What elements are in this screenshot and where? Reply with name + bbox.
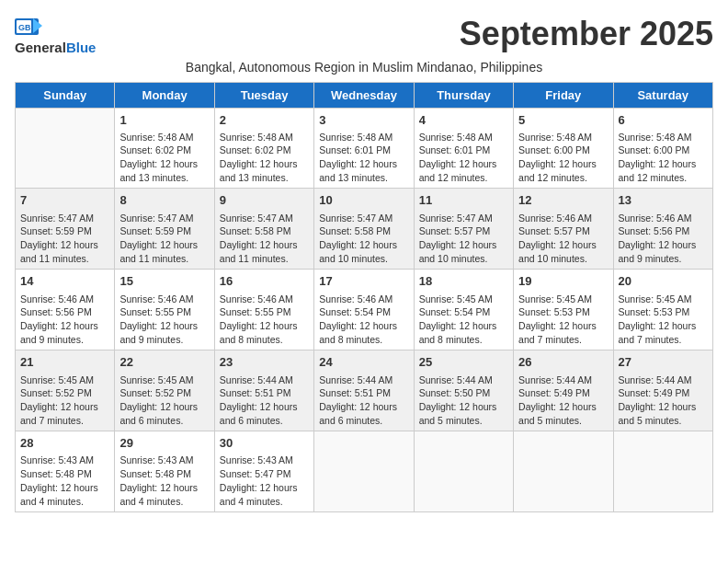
day-info: Sunrise: 5:48 AM xyxy=(419,131,508,144)
day-number: 3 xyxy=(319,112,408,129)
day-info: Sunrise: 5:45 AM xyxy=(518,293,608,306)
day-info: Daylight: 12 hours xyxy=(119,238,209,252)
day-info: Daylight: 12 hours xyxy=(518,319,608,333)
day-info: Daylight: 12 hours xyxy=(119,481,209,495)
day-info: Sunrise: 5:47 AM xyxy=(20,212,109,225)
day-info: Sunset: 5:54 PM xyxy=(419,305,508,319)
day-info: and 4 minutes. xyxy=(220,495,309,509)
day-number: 13 xyxy=(619,192,708,209)
day-number: 30 xyxy=(220,435,309,452)
day-info: Sunrise: 5:43 AM xyxy=(119,454,209,467)
day-number: 12 xyxy=(518,192,608,209)
day-info: and 7 minutes. xyxy=(20,414,109,428)
weekday-header: Saturday xyxy=(613,82,712,108)
day-info: Sunrise: 5:45 AM xyxy=(419,293,508,306)
calendar-cell: 30Sunrise: 5:43 AMSunset: 5:47 PMDayligh… xyxy=(214,431,313,512)
subtitle: Bangkal, Autonomous Region in Muslim Min… xyxy=(15,60,713,75)
calendar-cell: 17Sunrise: 5:46 AMSunset: 5:54 PMDayligh… xyxy=(314,270,414,350)
day-info: Sunset: 5:55 PM xyxy=(220,305,309,319)
day-info: Sunrise: 5:45 AM xyxy=(20,373,109,387)
day-info: and 8 minutes. xyxy=(419,333,508,347)
day-info: Daylight: 12 hours xyxy=(619,238,708,252)
day-info: Sunrise: 5:48 AM xyxy=(319,131,408,144)
day-info: Daylight: 12 hours xyxy=(20,481,109,495)
day-number: 14 xyxy=(20,273,109,290)
day-info: and 10 minutes. xyxy=(319,252,408,266)
calendar-cell: 28Sunrise: 5:43 AMSunset: 5:48 PMDayligh… xyxy=(16,431,115,512)
day-info: Sunset: 6:02 PM xyxy=(119,144,209,157)
day-number: 11 xyxy=(419,192,508,209)
calendar-cell: 5Sunrise: 5:48 AMSunset: 6:00 PMDaylight… xyxy=(514,108,613,189)
day-number: 22 xyxy=(119,354,209,371)
day-info: Sunrise: 5:47 AM xyxy=(319,212,408,225)
calendar-cell: 8Sunrise: 5:47 AMSunset: 5:59 PMDaylight… xyxy=(115,189,214,270)
logo-icon: GB xyxy=(15,18,42,39)
day-info: Sunset: 6:01 PM xyxy=(419,144,508,157)
weekday-header: Monday xyxy=(115,82,214,108)
day-info: Sunset: 5:51 PM xyxy=(220,386,309,400)
day-info: Sunrise: 5:48 AM xyxy=(220,131,309,144)
month-title: September 2025 xyxy=(96,15,713,53)
day-info: Sunset: 5:56 PM xyxy=(619,224,708,238)
day-number: 5 xyxy=(518,112,608,129)
day-info: and 11 minutes. xyxy=(220,252,309,266)
day-info: Daylight: 12 hours xyxy=(220,319,309,333)
day-info: and 10 minutes. xyxy=(518,252,608,266)
day-info: Sunset: 5:50 PM xyxy=(419,386,508,400)
day-info: and 6 minutes. xyxy=(119,414,209,428)
day-info: and 8 minutes. xyxy=(319,333,408,347)
calendar-cell: 20Sunrise: 5:45 AMSunset: 5:53 PMDayligh… xyxy=(613,270,712,350)
day-info: Daylight: 12 hours xyxy=(419,319,508,333)
day-info: and 10 minutes. xyxy=(419,252,508,266)
day-info: Sunset: 5:52 PM xyxy=(20,386,109,400)
day-info: Daylight: 12 hours xyxy=(619,157,708,171)
day-number: 28 xyxy=(20,435,109,452)
day-number: 10 xyxy=(319,192,408,209)
day-info: Sunrise: 5:48 AM xyxy=(119,131,209,144)
calendar-cell xyxy=(314,431,414,512)
day-number: 8 xyxy=(119,192,209,209)
calendar-cell: 11Sunrise: 5:47 AMSunset: 5:57 PMDayligh… xyxy=(414,189,513,270)
day-info: and 12 minutes. xyxy=(619,171,708,185)
day-info: Sunrise: 5:46 AM xyxy=(220,293,309,306)
day-info: Daylight: 12 hours xyxy=(518,157,608,171)
day-info: Daylight: 12 hours xyxy=(20,238,109,252)
weekday-header: Wednesday xyxy=(314,82,414,108)
weekday-header: Friday xyxy=(514,82,613,108)
day-info: and 5 minutes. xyxy=(619,414,708,428)
day-info: Sunset: 6:02 PM xyxy=(220,144,309,157)
calendar-cell: 12Sunrise: 5:46 AMSunset: 5:57 PMDayligh… xyxy=(514,189,613,270)
day-info: Sunset: 5:49 PM xyxy=(518,386,608,400)
day-info: Daylight: 12 hours xyxy=(518,400,608,414)
day-info: Sunset: 5:48 PM xyxy=(20,467,109,481)
day-info: Sunrise: 5:46 AM xyxy=(119,293,209,306)
day-number: 29 xyxy=(119,435,209,452)
day-info: Sunrise: 5:45 AM xyxy=(619,293,708,306)
day-info: Sunset: 5:57 PM xyxy=(518,224,608,238)
day-info: and 9 minutes. xyxy=(20,333,109,347)
day-info: Sunset: 5:59 PM xyxy=(119,224,209,238)
day-info: Daylight: 12 hours xyxy=(20,400,109,414)
day-info: Sunset: 5:47 PM xyxy=(220,467,309,481)
day-info: and 4 minutes. xyxy=(20,495,109,509)
calendar-cell: 15Sunrise: 5:46 AMSunset: 5:55 PMDayligh… xyxy=(115,270,214,350)
day-info: Daylight: 12 hours xyxy=(220,400,309,414)
day-info: Sunset: 6:01 PM xyxy=(319,144,408,157)
day-number: 25 xyxy=(419,354,508,371)
day-info: Sunset: 5:51 PM xyxy=(319,386,408,400)
day-number: 4 xyxy=(419,112,508,129)
day-info: and 4 minutes. xyxy=(119,495,209,509)
calendar-cell: 21Sunrise: 5:45 AMSunset: 5:52 PMDayligh… xyxy=(16,350,115,431)
calendar-cell: 10Sunrise: 5:47 AMSunset: 5:58 PMDayligh… xyxy=(314,189,414,270)
calendar-cell xyxy=(613,431,712,512)
day-info: Sunset: 5:57 PM xyxy=(419,224,508,238)
calendar-cell: 19Sunrise: 5:45 AMSunset: 5:53 PMDayligh… xyxy=(514,270,613,350)
day-info: Sunrise: 5:45 AM xyxy=(119,373,209,387)
calendar-cell: 6Sunrise: 5:48 AMSunset: 6:00 PMDaylight… xyxy=(613,108,712,189)
calendar-cell: 25Sunrise: 5:44 AMSunset: 5:50 PMDayligh… xyxy=(414,350,513,431)
day-number: 18 xyxy=(419,273,508,290)
calendar-cell: 18Sunrise: 5:45 AMSunset: 5:54 PMDayligh… xyxy=(414,270,513,350)
day-info: Sunrise: 5:44 AM xyxy=(220,373,309,387)
day-info: Sunrise: 5:44 AM xyxy=(518,373,608,387)
day-info: Daylight: 12 hours xyxy=(419,157,508,171)
